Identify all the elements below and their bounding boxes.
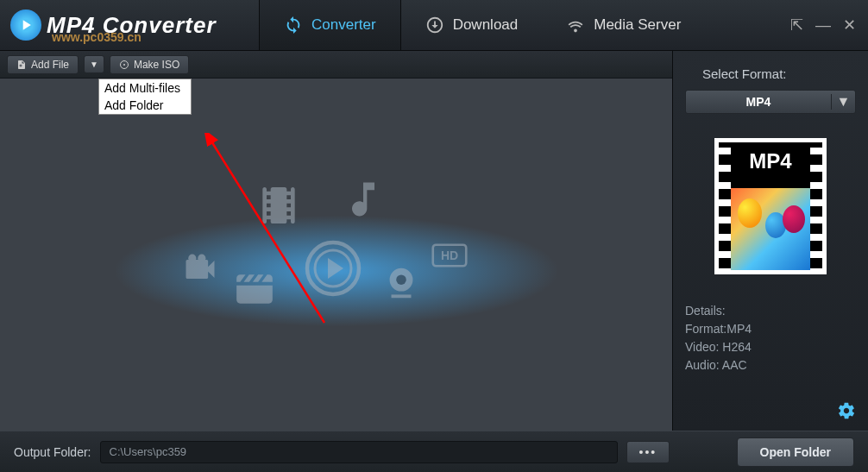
gear-icon: [837, 401, 856, 420]
wifi-icon: [566, 16, 585, 35]
svg-point-1: [123, 64, 125, 66]
media-icon-cluster: HD: [190, 181, 483, 328]
left-panel: Add File ▼ Make ISO Add Multi-files Add …: [0, 51, 672, 431]
app-logo-icon: [10, 9, 41, 41]
convert-icon: [284, 16, 303, 35]
play-circle-icon: [302, 237, 364, 299]
minimize-icon[interactable]: —: [815, 16, 831, 35]
close-icon[interactable]: ✕: [843, 16, 856, 35]
open-folder-button[interactable]: Open Folder: [737, 437, 854, 467]
details-heading: Details:: [685, 302, 856, 320]
format-details: Details: Format:MP4 Video: H264 Audio: A…: [685, 302, 856, 374]
tab-media-server[interactable]: Media Server: [542, 0, 705, 50]
chevron-down-icon: ▼: [831, 94, 855, 110]
output-folder-label: Output Folder:: [14, 445, 91, 459]
download-icon: [425, 16, 444, 35]
tab-label: Converter: [311, 16, 376, 34]
bottom-bar: Output Folder: ••• Open Folder: [0, 431, 868, 472]
preview-thumbnail: [731, 188, 810, 270]
svg-point-7: [396, 274, 406, 285]
add-file-icon: [16, 60, 27, 70]
format-select[interactable]: MP4 ▼: [685, 90, 856, 114]
settings-button[interactable]: [837, 401, 856, 424]
music-note-icon: [341, 177, 386, 222]
watermark-text: www.pc0359.cn: [52, 30, 142, 44]
drop-zone[interactable]: HD: [0, 79, 672, 431]
nav-tabs: Converter Download Media Server: [259, 0, 790, 50]
tab-label: Media Server: [594, 16, 681, 34]
window-controls: ⇱ — ✕: [790, 16, 868, 35]
clapper-icon: [233, 267, 276, 311]
add-file-dropdown-menu: Add Multi-files Add Folder: [98, 79, 192, 115]
select-format-label: Select Format:: [685, 66, 856, 81]
svg-point-3: [198, 255, 205, 262]
details-video: Video: H264: [685, 338, 856, 356]
dropdown-item-multi-files[interactable]: Add Multi-files: [99, 79, 191, 97]
format-preview: MP4: [714, 138, 827, 274]
format-select-value: MP4: [686, 95, 831, 109]
disc-icon: [119, 60, 129, 70]
right-panel: Select Format: MP4 ▼ MP4 Details: Format…: [672, 51, 868, 431]
make-iso-label: Make ISO: [134, 59, 179, 71]
details-format: Format:MP4: [685, 320, 856, 338]
webcam-icon: [381, 263, 421, 303]
browse-button[interactable]: •••: [626, 441, 670, 463]
output-folder-input[interactable]: [100, 441, 618, 463]
svg-text:HD: HD: [440, 249, 457, 262]
tab-download[interactable]: Download: [401, 0, 543, 50]
add-file-dropdown-button[interactable]: ▼: [84, 55, 104, 73]
make-iso-button[interactable]: Make ISO: [110, 55, 189, 74]
details-audio: Audio: AAC: [685, 356, 856, 374]
toolbar: Add File ▼ Make ISO: [0, 51, 672, 79]
dropdown-item-folder[interactable]: Add Folder: [99, 97, 191, 114]
camcorder-icon: [181, 250, 219, 288]
hd-icon: HD: [431, 242, 468, 269]
add-file-label: Add File: [31, 59, 69, 71]
tab-label: Download: [453, 16, 519, 34]
svg-point-2: [188, 255, 196, 262]
preview-format-label: MP4: [719, 149, 822, 173]
add-file-button[interactable]: Add File: [7, 55, 79, 74]
popout-icon[interactable]: ⇱: [790, 16, 803, 35]
film-icon: [255, 181, 303, 230]
tab-converter[interactable]: Converter: [259, 0, 401, 50]
main-area: Add File ▼ Make ISO Add Multi-files Add …: [0, 51, 868, 431]
